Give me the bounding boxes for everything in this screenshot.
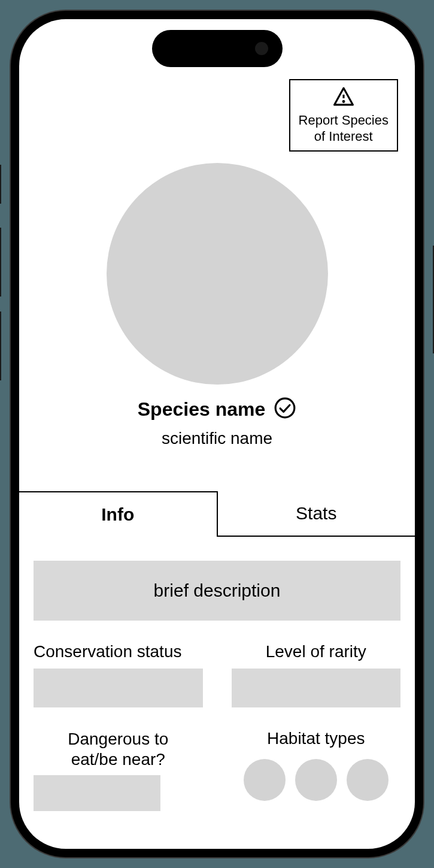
danger-label-line1: Dangerous to bbox=[68, 730, 168, 748]
description-text: brief description bbox=[154, 580, 281, 601]
checkmark-circle-icon bbox=[274, 397, 296, 422]
scientific-name: scientific name bbox=[19, 429, 415, 448]
info-panel: brief description Conservation status Le… bbox=[19, 537, 415, 811]
info-row-1: Conservation status Level of rarity bbox=[34, 642, 400, 707]
conservation-status-field: Conservation status bbox=[34, 642, 203, 707]
report-species-button[interactable]: Report Species of Interest bbox=[289, 79, 398, 152]
phone-frame: Report Species of Interest Species name … bbox=[0, 0, 434, 868]
species-image-placeholder bbox=[107, 163, 328, 385]
habitat-type-icon bbox=[347, 759, 389, 801]
tabs: Info Stats bbox=[19, 491, 415, 537]
habitat-label: Habitat types bbox=[232, 729, 401, 748]
svg-point-1 bbox=[343, 101, 344, 102]
notch bbox=[152, 30, 283, 67]
info-row-2: Dangerous to eat/be near? Habitat types bbox=[34, 729, 400, 811]
tab-stats[interactable]: Stats bbox=[218, 491, 415, 537]
species-name-row: Species name bbox=[19, 397, 415, 422]
habitat-circles bbox=[232, 759, 401, 801]
report-label-line1: Report Species bbox=[299, 113, 389, 128]
habitat-type-icon bbox=[295, 759, 337, 801]
species-name: Species name bbox=[138, 398, 265, 421]
danger-label-line2: eat/be near? bbox=[71, 750, 165, 769]
phone-body: Report Species of Interest Species name … bbox=[11, 11, 423, 857]
danger-value-placeholder bbox=[34, 775, 160, 811]
phone-side-button bbox=[0, 311, 1, 380]
tab-info-label: Info bbox=[101, 504, 134, 524]
rarity-value-placeholder bbox=[232, 669, 401, 707]
content: Report Species of Interest Species name … bbox=[19, 19, 415, 849]
tab-info[interactable]: Info bbox=[19, 491, 218, 537]
screen: Report Species of Interest Species name … bbox=[19, 19, 415, 849]
habitat-field: Habitat types bbox=[232, 729, 401, 801]
conservation-value-placeholder bbox=[34, 669, 203, 707]
danger-label: Dangerous to eat/be near? bbox=[34, 729, 203, 769]
phone-side-button bbox=[0, 228, 1, 297]
phone-side-button bbox=[0, 165, 1, 204]
rarity-field: Level of rarity bbox=[232, 642, 401, 707]
rarity-label: Level of rarity bbox=[232, 642, 401, 661]
description-placeholder: brief description bbox=[34, 561, 400, 621]
svg-point-2 bbox=[275, 398, 295, 418]
danger-field: Dangerous to eat/be near? bbox=[34, 729, 203, 811]
habitat-type-icon bbox=[244, 759, 286, 801]
tab-stats-label: Stats bbox=[296, 503, 336, 523]
report-label-line2: of Interest bbox=[314, 129, 373, 144]
alert-triangle-icon bbox=[332, 86, 355, 113]
conservation-label: Conservation status bbox=[34, 642, 203, 661]
